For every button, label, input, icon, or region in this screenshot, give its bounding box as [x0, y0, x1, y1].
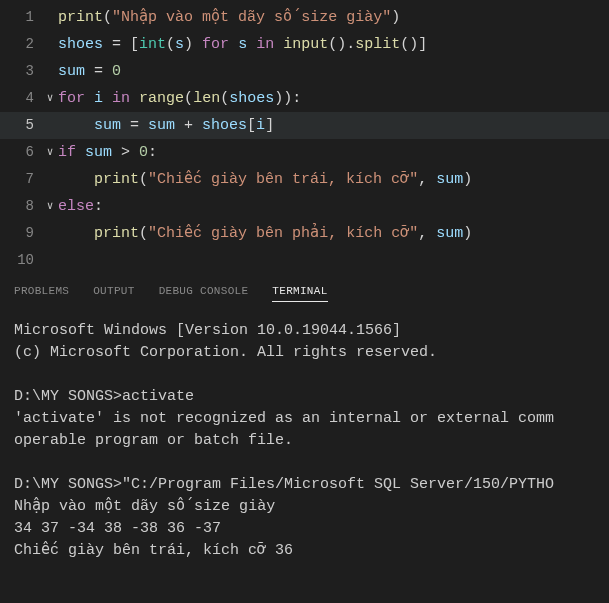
line-number: 3 [0, 58, 42, 85]
code-line[interactable]: 8∨else: [0, 193, 609, 220]
code-content: if sum > 0: [58, 139, 157, 166]
line-number: 2 [0, 31, 42, 58]
code-content: else: [58, 193, 103, 220]
fold-icon[interactable]: ∨ [42, 139, 58, 166]
code-content: print("Chiếc giày bên phải, kích cỡ", su… [58, 220, 472, 247]
panel-tab-problems[interactable]: PROBLEMS [14, 285, 69, 302]
code-line[interactable]: 9 print("Chiếc giày bên phải, kích cỡ", … [0, 220, 609, 247]
fold-icon[interactable]: ∨ [42, 193, 58, 220]
panel-tab-terminal[interactable]: TERMINAL [272, 285, 327, 302]
line-number: 4 [0, 85, 42, 112]
line-number: 1 [0, 4, 42, 31]
line-number: 8 [0, 193, 42, 220]
code-line[interactable]: 4∨for i in range(len(shoes)): [0, 85, 609, 112]
panel-tabs: PROBLEMSOUTPUTDEBUG CONSOLETERMINAL [0, 274, 609, 310]
code-content: print("Chiếc giày bên trái, kích cỡ", su… [58, 166, 472, 193]
code-line[interactable]: 7 print("Chiếc giày bên trái, kích cỡ", … [0, 166, 609, 193]
fold-icon[interactable]: ∨ [42, 85, 58, 112]
code-editor[interactable]: 1print("Nhập vào một dãy số size giày")2… [0, 0, 609, 274]
line-number: 10 [0, 247, 42, 274]
code-content: for i in range(len(shoes)): [58, 85, 301, 112]
code-content: sum = 0 [58, 58, 121, 85]
panel-tab-output[interactable]: OUTPUT [93, 285, 134, 302]
terminal-output[interactable]: Microsoft Windows [Version 10.0.19044.15… [0, 310, 609, 572]
line-number: 7 [0, 166, 42, 193]
panel-tab-debug-console[interactable]: DEBUG CONSOLE [159, 285, 249, 302]
line-number: 6 [0, 139, 42, 166]
line-number: 9 [0, 220, 42, 247]
code-line[interactable]: 2shoes = [int(s) for s in input().split(… [0, 31, 609, 58]
code-line[interactable]: 6∨if sum > 0: [0, 139, 609, 166]
code-line[interactable]: 1print("Nhập vào một dãy số size giày") [0, 4, 609, 31]
line-number: 5 [0, 112, 42, 139]
code-content: print("Nhập vào một dãy số size giày") [58, 4, 400, 31]
code-line[interactable]: 3sum = 0 [0, 58, 609, 85]
code-content: sum = sum + shoes[i] [58, 112, 274, 139]
code-content: shoes = [int(s) for s in input().split()… [58, 31, 427, 58]
code-line[interactable]: 10 [0, 247, 609, 274]
code-line[interactable]: 5 sum = sum + shoes[i] [0, 112, 609, 139]
